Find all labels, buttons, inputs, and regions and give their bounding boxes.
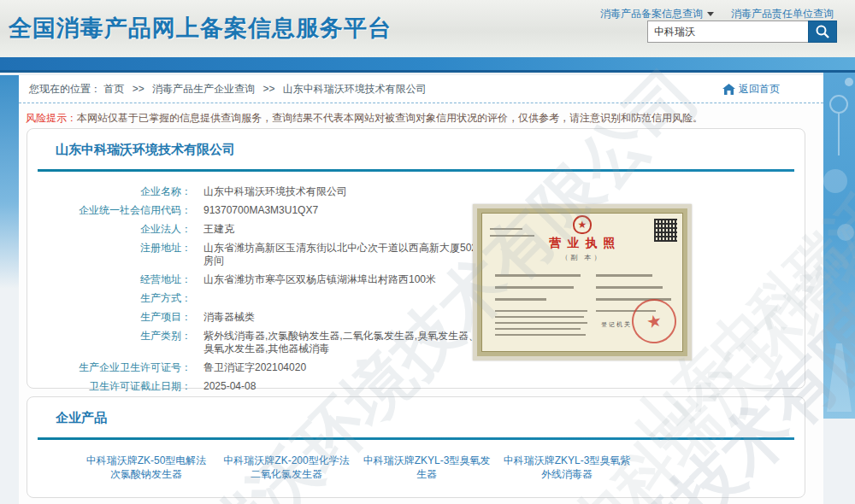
license-subtitle: （副 本） bbox=[481, 253, 683, 262]
field-label: 注册地址： bbox=[27, 242, 192, 267]
molecule-graphic-icon bbox=[823, 53, 855, 419]
header-divider-bar bbox=[0, 57, 855, 73]
breadcrumb-separator: >> bbox=[262, 83, 274, 95]
breadcrumb-link-producer-query[interactable]: 消毒产品生产企业查询 bbox=[152, 83, 255, 95]
field-value: 消毒器械类 bbox=[203, 311, 255, 324]
business-license-image: ★ 营业执照 （副 本） 登记机关 ★ bbox=[473, 204, 692, 360]
license-text-line bbox=[495, 328, 581, 330]
field-label: 生产方式： bbox=[27, 292, 192, 305]
search-input[interactable] bbox=[647, 21, 808, 43]
nav-responsible-unit-query-label: 消毒产品责任单位查询 bbox=[731, 7, 834, 21]
field-row-license-number: 生产企业卫生许可证号： 鲁卫消证字202104020 bbox=[27, 361, 805, 374]
product-list: 中科瑞沃牌ZK-50型电解法次氯酸钠发生器 中科瑞沃牌ZK-200型化学法二氧化… bbox=[82, 454, 631, 481]
field-label: 企业名称： bbox=[27, 185, 192, 198]
site-title: 全国消毒产品网上备案信息服务平台 bbox=[9, 13, 392, 44]
field-label: 经营地址： bbox=[27, 273, 192, 286]
nav-record-info-query-label: 消毒产品备案信息查询 bbox=[600, 7, 703, 21]
search-icon bbox=[815, 24, 830, 39]
risk-notice-label: 风险提示： bbox=[26, 112, 77, 124]
business-license-certificate: ★ 营业执照 （副 本） 登记机关 ★ bbox=[477, 208, 687, 356]
field-label: 企业统一社会信用代码： bbox=[27, 204, 192, 217]
product-link[interactable]: 中科瑞沃牌ZKYL-3型臭氧发生器 bbox=[363, 454, 491, 481]
field-label: 企业法人： bbox=[27, 223, 192, 236]
product-link[interactable]: 中科瑞沃牌ZK-200型化学法二氧化氯发生器 bbox=[222, 454, 351, 481]
qr-code bbox=[654, 219, 677, 242]
field-value: 王建克 bbox=[203, 223, 234, 236]
left-decoration-strip bbox=[0, 75, 19, 289]
right-decoration-strip bbox=[823, 53, 855, 419]
national-emblem-icon: ★ bbox=[573, 215, 592, 234]
license-text-line bbox=[596, 274, 652, 277]
field-value: 紫外线消毒器,次氯酸钠发生器,二氧化氯发生器,臭氧发生器、臭氧水发生器,其他器械… bbox=[203, 330, 487, 355]
products-card: 企业产品 中科瑞沃牌ZK-50型电解法次氯酸钠发生器 中科瑞沃牌ZK-200型化… bbox=[27, 396, 805, 498]
field-label: 生产企业卫生许可证号： bbox=[27, 361, 192, 374]
back-home-label: 返回首页 bbox=[739, 82, 780, 97]
license-text-line bbox=[495, 286, 574, 289]
field-value: 鲁卫消证字202104020 bbox=[203, 361, 306, 374]
breadcrumb-current-page: 山东中科瑞沃环境技术有限公司 bbox=[283, 83, 427, 95]
section-underline bbox=[38, 169, 794, 172]
license-text-line bbox=[495, 298, 546, 301]
license-registrar-label: 登记机关 bbox=[601, 320, 632, 329]
products-title: 企业产品 bbox=[27, 397, 805, 426]
license-text-line bbox=[495, 322, 587, 324]
license-title: 营业执照 bbox=[481, 236, 683, 251]
home-icon bbox=[722, 84, 735, 95]
nav-record-info-query[interactable]: 消毒产品备案信息查询 bbox=[600, 7, 714, 21]
field-label: 生产类别： bbox=[27, 330, 192, 355]
field-label: 卫生许可证截止日期： bbox=[27, 380, 192, 393]
nav-responsible-unit-query[interactable]: 消毒产品责任单位查询 bbox=[731, 7, 834, 21]
breadcrumb-prefix: 您现在的位置： bbox=[29, 83, 101, 95]
breadcrumb-link-home[interactable]: 首页 bbox=[103, 83, 124, 95]
field-row-license-expiry: 卫生许可证截止日期： 2025-04-08 bbox=[27, 380, 805, 393]
risk-notice: 风险提示：本网站仅基于已掌握的信息提供查询服务，查询结果不代表本网站对被查询对象… bbox=[26, 111, 703, 125]
search-bar bbox=[647, 21, 837, 43]
chevron-down-icon bbox=[707, 12, 714, 16]
header-nav: 消毒产品备案信息查询 消毒产品责任单位查询 bbox=[600, 7, 834, 21]
field-value: 山东省潍坊高新区玉清东街以北中心次干道以西高新大厦502房间 bbox=[203, 242, 487, 267]
company-info-card: 山东中科瑞沃环境技术有限公司 企业名称： 山东中科瑞沃环境技术有限公司 企业统一… bbox=[27, 128, 805, 389]
license-text-line bbox=[490, 235, 534, 237]
license-text-line bbox=[596, 286, 663, 289]
back-home-link[interactable]: 返回首页 bbox=[722, 82, 780, 97]
field-value: 91370700MA3M3U1QX7 bbox=[203, 204, 318, 217]
field-value: 山东省潍坊市寒亭区双杨店镇湖淋埠出村路西100米 bbox=[203, 273, 436, 286]
product-link[interactable]: 中科瑞沃牌ZK-50型电解法次氯酸钠发生器 bbox=[82, 454, 210, 481]
field-row-name: 企业名称： 山东中科瑞沃环境技术有限公司 bbox=[27, 185, 805, 198]
breadcrumb: 您现在的位置： 首页 >> 消毒产品生产企业查询 >> 山东中科瑞沃环境技术有限… bbox=[19, 75, 823, 103]
field-value: 2025-04-08 bbox=[203, 380, 256, 393]
field-value: 山东中科瑞沃环境技术有限公司 bbox=[203, 185, 347, 198]
official-seal: ★ bbox=[628, 295, 681, 348]
license-text-line bbox=[495, 310, 587, 312]
license-text-line bbox=[495, 334, 586, 336]
license-text-line bbox=[490, 228, 522, 230]
search-button[interactable] bbox=[808, 21, 837, 43]
risk-notice-text: 本网站仅基于已掌握的信息提供查询服务，查询结果不代表本网站对被查询对象信用状况的… bbox=[77, 112, 703, 124]
license-text-line bbox=[495, 274, 581, 277]
breadcrumb-separator: >> bbox=[133, 83, 144, 95]
company-name-title: 山东中科瑞沃环境技术有限公司 bbox=[27, 129, 805, 158]
field-label: 生产项目： bbox=[27, 311, 192, 324]
section-underline bbox=[38, 437, 794, 440]
license-text-line bbox=[495, 316, 584, 318]
product-link[interactable]: 中科瑞沃牌ZKYL-3型臭氧紫外线消毒器 bbox=[503, 454, 631, 481]
